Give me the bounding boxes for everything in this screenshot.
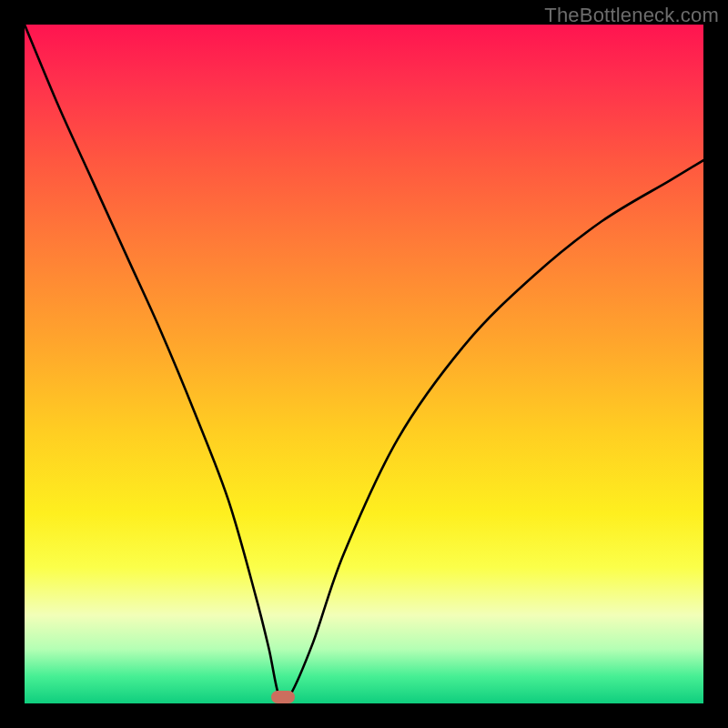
plot-area — [25, 25, 703, 703]
curve-path — [25, 25, 703, 703]
min-marker — [271, 691, 295, 703]
chart-frame: TheBottleneck.com — [0, 0, 728, 728]
bottleneck-curve — [25, 25, 703, 703]
